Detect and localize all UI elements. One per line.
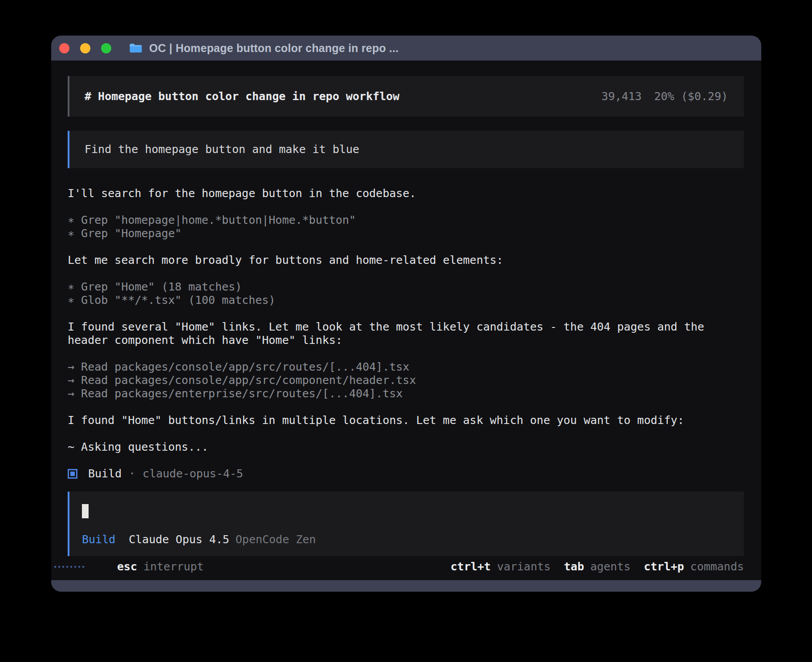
provider-label: OpenCode Zen [235,533,316,546]
tool-call-line: ∗ Glob "**/*.tsx" (100 matches) [68,294,744,307]
tool-call-line: ∗ Grep "homepage|home.*button|Home.*butt… [68,214,744,227]
esc-key-hint[interactable]: esc [117,560,137,573]
hint-label: variants [497,560,550,573]
hint-key[interactable]: tab [564,560,584,573]
hint-key[interactable]: ctrl+t [451,560,491,573]
text-cursor [82,504,89,518]
assistant-text-line [68,240,744,254]
assistant-text-line [68,307,744,320]
minimize-window-button[interactable] [80,43,90,53]
assistant-text-line [68,427,744,440]
input-meta: Build Claude Opus 4.5 OpenCode Zen [82,533,316,546]
user-message: Find the homepage button and make it blu… [68,131,744,168]
folder-icon [129,43,142,53]
assistant-text-line: I'll search for the homepage button in t… [68,187,744,200]
token-count: 39,413 [601,90,641,103]
window-titlebar[interactable]: OC | Homepage button color change in rep… [51,36,761,61]
status-bar: esc interrupt ctrl+tvariantstabagentsctr… [68,560,744,573]
status-bar-left: esc interrupt [54,560,204,573]
terminal-window: OC | Homepage button color change in rep… [51,36,761,592]
assistant-text-line: I found several "Home" links. Let me loo… [68,320,744,334]
keyboard-hint-variants: ctrl+tvariants [451,560,551,573]
keyboard-hint-agents: tabagents [564,560,630,573]
session-header: # Homepage button color change in repo w… [68,76,744,117]
tool-call-line: → Read packages/console/app/src/routes/[… [68,360,744,374]
separator-dot: · [129,467,135,480]
context-cost: 20% ($0.29) [654,90,728,103]
window-title: OC | Homepage button color change in rep… [149,42,398,55]
assistant-text-line: I found "Home" buttons/links in multiple… [68,414,744,427]
prompt-input[interactable]: Build Claude Opus 4.5 OpenCode Zen [68,492,744,556]
assistant-text-line: Let me search more broadly for buttons a… [68,254,744,267]
user-message-text: Find the homepage button and make it blu… [85,143,359,156]
hint-key[interactable]: ctrl+p [644,560,684,573]
agent-status-row: Build · claude-opus-4-5 [68,467,744,480]
agent-name: Build [88,467,122,480]
esc-key-label: interrupt [143,560,203,573]
hint-label: commands [690,560,744,573]
assistant-text-line: header component which have "Home" links… [68,334,744,347]
terminal-content: # Homepage button color change in repo w… [51,61,761,580]
hint-label: agents [590,560,630,573]
tool-call-line: ∗ Grep "Home" (18 matches) [68,280,744,294]
assistant-text-line [68,400,744,414]
spinner-dots-icon [54,566,84,568]
assistant-text-line: ~ Asking questions... [68,440,744,454]
model-label[interactable]: Claude Opus 4.5 [129,533,229,546]
assistant-text-line [68,347,744,360]
conversation-log: I'll search for the homepage button in t… [68,187,744,454]
agent-badge-icon [68,469,77,479]
assistant-text-line [68,267,744,280]
agent-model: claude-opus-4-5 [142,467,243,480]
tool-call-line: → Read packages/enterprise/src/routes/[.… [68,387,744,400]
session-title: # Homepage button color change in repo w… [85,90,399,103]
zoom-window-button[interactable] [101,43,111,53]
session-stats: 39,413 20% ($0.29) [601,90,728,103]
assistant-text-line [68,200,744,214]
tool-call-line: → Read packages/console/app/src/componen… [68,374,744,387]
window-controls [59,43,111,53]
keyboard-hint-commands: ctrl+pcommands [644,560,744,573]
window-bottom-chrome [51,580,761,592]
tool-call-line: ∗ Grep "Homepage" [68,227,744,240]
status-bar-right: ctrl+tvariantstabagentsctrl+pcommands [451,560,744,573]
agent-mode-label[interactable]: Build [82,533,115,546]
close-window-button[interactable] [59,43,69,53]
